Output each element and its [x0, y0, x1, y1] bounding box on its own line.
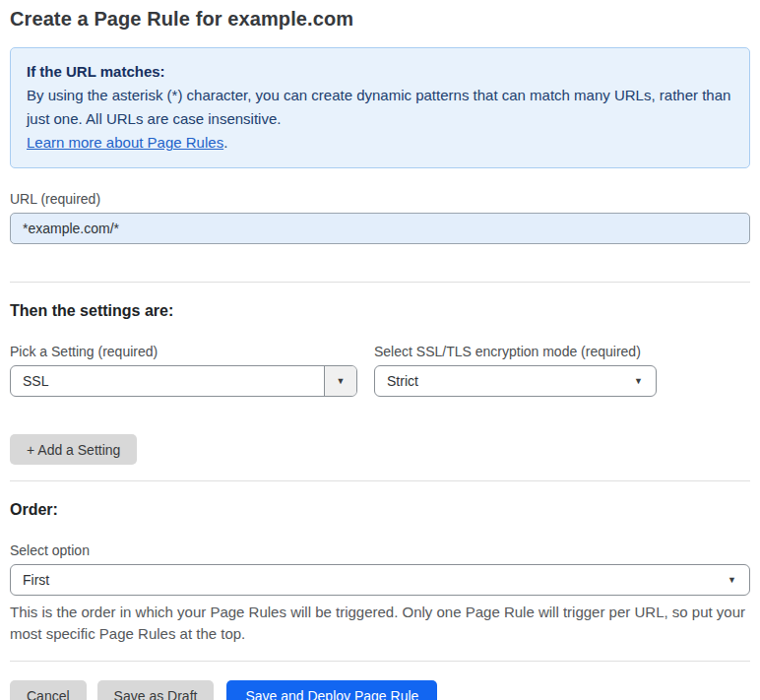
footer-actions: Cancel Save as Draft Save and Deploy Pag… — [10, 680, 750, 700]
chevron-down-icon: ▼ — [728, 576, 736, 585]
ssl-mode-field: Select SSL/TLS encryption mode (required… — [374, 344, 657, 397]
order-select-value: First — [11, 572, 749, 588]
add-setting-button[interactable]: + Add a Setting — [10, 434, 137, 465]
ssl-mode-label: Select SSL/TLS encryption mode (required… — [374, 344, 657, 359]
order-select[interactable]: First ▼ — [10, 564, 750, 596]
page-title: Create a Page Rule for example.com — [10, 8, 750, 31]
chevron-down-icon: ▼ — [634, 377, 643, 386]
divider — [10, 661, 750, 662]
divider — [10, 480, 750, 481]
pick-setting-label: Pick a Setting (required) — [10, 344, 357, 359]
page-rule-form: Create a Page Rule for example.com If th… — [0, 0, 760, 700]
info-box-body: By using the asterisk (*) character, you… — [27, 84, 733, 131]
ssl-mode-select[interactable]: Strict ▼ — [374, 365, 657, 397]
order-help-text: This is the order in which your Page Rul… — [10, 602, 750, 645]
url-match-info-box: If the URL matches: By using the asteris… — [10, 47, 750, 168]
divider — [10, 282, 750, 283]
ssl-mode-value: Strict — [375, 373, 656, 389]
settings-section-heading: Then the settings are: — [10, 302, 750, 320]
info-box-heading: If the URL matches: — [27, 60, 733, 84]
save-as-draft-button[interactable]: Save as Draft — [97, 680, 215, 700]
settings-row: Pick a Setting (required) SSL ▼ Select S… — [10, 344, 750, 397]
order-section-heading: Order: — [10, 501, 750, 519]
order-select-label: Select option — [10, 542, 750, 558]
cancel-button[interactable]: Cancel — [10, 680, 87, 700]
learn-more-link[interactable]: Learn more about Page Rules — [27, 134, 223, 151]
pick-setting-value: SSL — [11, 373, 324, 389]
chevron-down-icon: ▼ — [337, 377, 346, 386]
info-box-link-line: Learn more about Page Rules. — [27, 131, 733, 155]
save-and-deploy-button[interactable]: Save and Deploy Page Rule — [226, 680, 437, 700]
pick-setting-field: Pick a Setting (required) SSL ▼ — [10, 344, 357, 397]
pick-setting-select[interactable]: SSL ▼ — [10, 365, 357, 397]
url-field-label: URL (required) — [10, 191, 750, 207]
url-input[interactable] — [10, 213, 750, 244]
link-suffix: . — [223, 134, 227, 151]
dropdown-arrow-segment: ▼ — [324, 366, 356, 396]
